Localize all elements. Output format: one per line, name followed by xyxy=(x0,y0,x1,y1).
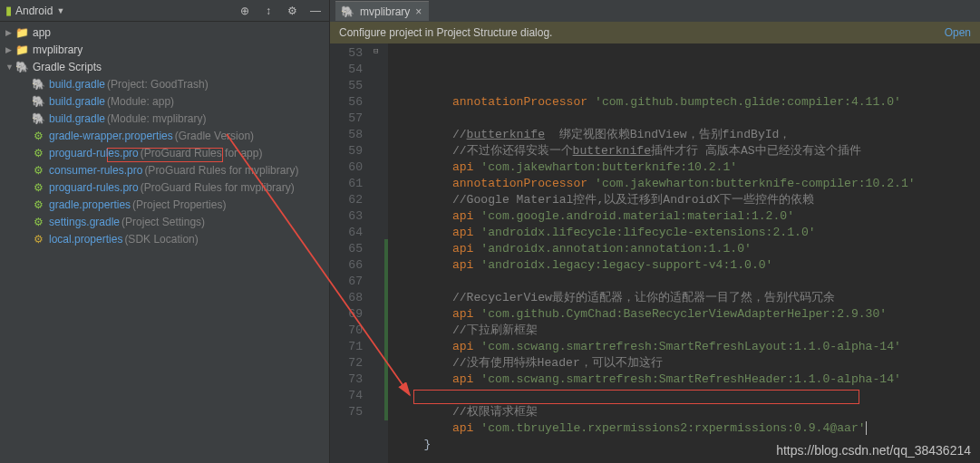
tree-item-label: gradle.properties xyxy=(49,198,131,211)
code-line[interactable]: api 'com.scwang.smartrefresh:SmartRefres… xyxy=(395,371,980,388)
banner-open-link[interactable]: Open xyxy=(945,26,971,39)
tree-item[interactable]: 🐘build.gradle (Project: GoodTrash) xyxy=(0,75,329,92)
tree-item[interactable]: ⚙gradle.properties (Project Properties) xyxy=(0,196,329,213)
tab-label: mvplibrary xyxy=(360,5,410,18)
code-line[interactable] xyxy=(395,388,980,404)
tree-item[interactable]: ⚙proguard-rules.pro (ProGuard Rules for … xyxy=(0,178,329,196)
code-line[interactable]: //不过你还得安装一个butterknife插件才行 高版本AS中已经没有这个插… xyxy=(395,143,980,159)
line-number: 64 xyxy=(330,225,363,241)
code-line[interactable]: api 'com.tbruyelle.rxpermissions2:rxperm… xyxy=(395,420,980,437)
target-icon[interactable]: ⊕ xyxy=(237,3,253,19)
chevron-down-icon[interactable]: ▼ xyxy=(56,6,64,15)
banner-message: Configure project in Project Structure d… xyxy=(339,26,552,39)
line-number: 68 xyxy=(330,290,363,306)
elephant-icon: 🐘 xyxy=(31,78,45,91)
fold-down-icon[interactable]: ⊟ xyxy=(374,46,378,56)
code-line[interactable]: //Google Material控件,以及迁移到AndroidX下一些控件的依… xyxy=(395,192,980,208)
line-number: 60 xyxy=(330,159,363,176)
gear-icon: ⚙ xyxy=(31,198,45,211)
code-line[interactable]: api 'com.jakewharton:butterknife:10.2.1' xyxy=(395,159,980,176)
tree-item[interactable]: 🐘build.gradle (Module: app) xyxy=(0,92,329,110)
tree-item[interactable]: 🐘build.gradle (Module: mvplibrary) xyxy=(0,110,329,127)
elephant-icon: 🐘 xyxy=(341,5,354,18)
elephant-icon: 🐘 xyxy=(31,112,45,125)
code-line[interactable] xyxy=(395,111,980,127)
code-line[interactable]: api 'com.google.android.material:materia… xyxy=(395,208,980,225)
code-line[interactable]: //权限请求框架 xyxy=(395,404,980,420)
tree-item-suffix: (Project Properties) xyxy=(132,198,226,211)
line-number: 57 xyxy=(330,111,363,127)
tab-mvplibrary[interactable]: 🐘 mvplibrary × xyxy=(335,1,429,21)
code-line[interactable]: api 'androidx.legacy:legacy-support-v4:1… xyxy=(395,257,980,274)
line-number: 55 xyxy=(330,78,363,94)
code-editor[interactable]: 5354555657585960616263646566676869707172… xyxy=(330,43,980,463)
code-line[interactable]: //没有使用特殊Header，可以不加这行 xyxy=(395,355,980,371)
code-line[interactable]: //butterknife 绑定视图依赖BindView，告别findById， xyxy=(395,127,980,143)
tree-item-label: mvplibrary xyxy=(33,43,82,56)
expand-icon[interactable]: ▼ xyxy=(5,63,15,72)
tree-item[interactable]: ⚙gradle-wrapper.properties (Gradle Versi… xyxy=(0,127,329,144)
tree-item-suffix: (Gradle Version) xyxy=(175,130,254,142)
change-marker xyxy=(384,239,388,420)
project-sidebar: ▮ Android ▼ ⊕ ↕ ⚙ — ▶📁app▶📁mvplibrary▼🐘G… xyxy=(0,0,330,463)
line-number: 62 xyxy=(330,192,363,208)
tree-item-label: build.gradle xyxy=(49,78,105,91)
code-line[interactable]: //下拉刷新框架 xyxy=(395,323,980,339)
code-line[interactable]: //RecyclerView最好的适配器，让你的适配器一目了然，告别代码冗余 xyxy=(395,290,980,306)
code-line[interactable]: annotationProcessor 'com.github.bumptech… xyxy=(395,94,980,111)
sort-icon[interactable]: ↕ xyxy=(260,3,277,19)
gear-icon: ⚙ xyxy=(31,181,45,194)
tree-item[interactable]: ⚙consumer-rules.pro (ProGuard Rules for … xyxy=(0,161,329,178)
tree-item-label: settings.gradle xyxy=(49,216,120,228)
sidebar-view-label[interactable]: Android xyxy=(15,5,53,17)
change-bar xyxy=(384,43,388,463)
tree-item[interactable]: ⚙settings.gradle (Project Settings) xyxy=(0,213,329,230)
tree-item[interactable]: ▼🐘Gradle Scripts xyxy=(0,58,329,75)
tree-item-label: build.gradle xyxy=(49,112,105,125)
tree-item-label: build.gradle xyxy=(49,95,105,108)
tree-item-label: proguard-rules.pro xyxy=(49,181,139,194)
editor-panel: 🐘 mvplibrary × Configure project in Proj… xyxy=(330,0,980,463)
tree-item-label: app xyxy=(33,26,51,39)
line-number: 65 xyxy=(330,241,363,257)
tree-item-label: gradle-wrapper.properties xyxy=(49,130,173,142)
line-number: 63 xyxy=(330,208,363,225)
code-body[interactable]: annotationProcessor 'com.github.bumptech… xyxy=(388,43,980,463)
code-line[interactable]: annotationProcessor 'com.jakewharton:but… xyxy=(395,176,980,192)
fold-gutter[interactable]: ⊟ xyxy=(372,43,384,463)
gear-icon[interactable]: ⚙ xyxy=(284,3,300,19)
tree-item-label: local.properties xyxy=(49,233,122,246)
code-line[interactable]: api 'androidx.lifecycle:lifecycle-extens… xyxy=(395,225,980,241)
editor-tabbar: 🐘 mvplibrary × xyxy=(330,0,980,22)
line-number: 54 xyxy=(330,62,363,78)
tree-item[interactable]: ▶📁mvplibrary xyxy=(0,41,329,58)
tree-item[interactable]: ⚙proguard-rules.pro (ProGuard Rules for … xyxy=(0,144,329,161)
line-number: 71 xyxy=(330,339,363,355)
line-number: 58 xyxy=(330,127,363,143)
line-number: 61 xyxy=(330,176,363,192)
android-icon: ▮ xyxy=(5,4,12,17)
line-number: 59 xyxy=(330,143,363,159)
elephant-icon: 🐘 xyxy=(15,61,29,73)
project-tree[interactable]: ▶📁app▶📁mvplibrary▼🐘Gradle Scripts🐘build.… xyxy=(0,22,329,463)
tree-item-suffix: (Module: mvplibrary) xyxy=(107,112,206,125)
collapse-icon[interactable]: — xyxy=(307,3,324,19)
close-icon[interactable]: × xyxy=(415,5,422,18)
expand-icon[interactable]: ▶ xyxy=(5,45,15,54)
code-line[interactable]: api 'androidx.annotation:annotation:1.1.… xyxy=(395,241,980,257)
code-line[interactable]: api 'com.github.CymChad:BaseRecyclerView… xyxy=(395,306,980,323)
line-number: 67 xyxy=(330,274,363,290)
tree-item[interactable]: ▶📁app xyxy=(0,24,329,41)
code-line[interactable]: api 'com.scwang.smartrefresh:SmartRefres… xyxy=(395,339,980,355)
code-line[interactable] xyxy=(395,274,980,290)
tree-item-suffix: (Project: GoodTrash) xyxy=(107,78,209,91)
tree-item-suffix: (ProGuard Rules for mvplibrary) xyxy=(144,164,298,177)
tree-item[interactable]: ⚙local.properties (SDK Location) xyxy=(0,230,329,247)
tree-item-suffix: (ProGuard Rules for app) xyxy=(141,147,263,159)
expand-icon[interactable]: ▶ xyxy=(5,28,15,37)
gear-icon: ⚙ xyxy=(31,233,45,246)
tree-item-label: proguard-rules.pro xyxy=(49,147,139,159)
line-number: 73 xyxy=(330,371,363,388)
gear-icon: ⚙ xyxy=(31,147,45,159)
line-gutter: 5354555657585960616263646566676869707172… xyxy=(330,43,372,463)
